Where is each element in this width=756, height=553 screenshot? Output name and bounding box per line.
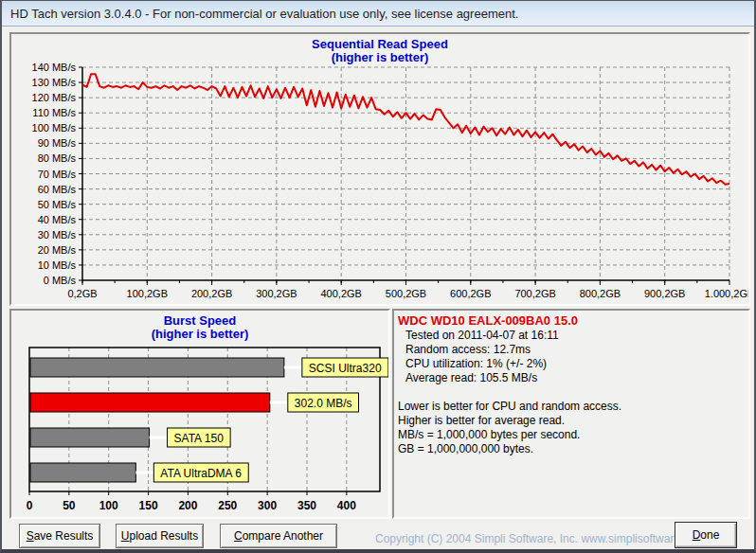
hdtach-window: HD Tach version 3.0.4.0 - For non-commer…: [0, 0, 756, 553]
svg-text:70 MB/s: 70 MB/s: [38, 169, 77, 180]
svg-text:10 MB/s: 10 MB/s: [38, 259, 77, 271]
upload-results-button[interactable]: Upload Results: [116, 524, 204, 548]
svg-text:30 MB/s: 30 MB/s: [38, 229, 77, 241]
legend-notes: Lower is better for CPU and random acces…: [398, 400, 745, 456]
cpu-utilization-line: CPU utilization: 1% (+/- 2%): [398, 357, 745, 371]
svg-text:40 MB/s: 40 MB/s: [38, 214, 77, 225]
svg-text:250: 250: [218, 499, 237, 512]
drive-info-panel: WDC WD10 EALX-009BA0 15.0 Tested on 2011…: [392, 309, 750, 519]
svg-text:100: 100: [99, 499, 118, 512]
svg-text:SATA 150: SATA 150: [174, 432, 225, 445]
svg-text:0: 0: [27, 499, 33, 512]
svg-text:300: 300: [258, 499, 277, 512]
sequential-chart-title: Sequential Read Speed: [11, 38, 748, 51]
random-access-line: Random access: 12.7ms: [398, 343, 745, 357]
copyright-text: Copyright (C) 2004 Simpli Software, Inc.…: [375, 532, 705, 545]
note-higher-better: Higher is better for average read.: [398, 414, 745, 428]
sequential-chart-subtitle: (higher is better): [11, 51, 748, 64]
burst-speed-chart: 050100150200250300350400SCSI Ultra320302…: [11, 311, 388, 517]
svg-text:0,2GB: 0,2GB: [67, 288, 97, 299]
note-lower-better: Lower is better for CPU and random acces…: [398, 400, 745, 414]
window-title: HD Tach version 3.0.4.0 - For non-commer…: [10, 7, 518, 21]
svg-text:120 MB/s: 120 MB/s: [32, 92, 77, 103]
sequential-read-chart: 0,2GB100,2GB200,2GB300,2GB400,2GB500,2GB…: [11, 34, 748, 304]
svg-text:ATA UltraDMA 6: ATA UltraDMA 6: [160, 467, 242, 480]
average-read-line: Average read: 105.5 MB/s: [398, 371, 745, 385]
svg-text:200,2GB: 200,2GB: [191, 288, 232, 299]
svg-text:80 MB/s: 80 MB/s: [38, 152, 77, 164]
svg-text:20 MB/s: 20 MB/s: [38, 244, 77, 256]
svg-text:150: 150: [139, 499, 158, 512]
svg-text:100 MB/s: 100 MB/s: [32, 122, 77, 134]
svg-text:130 MB/s: 130 MB/s: [32, 77, 77, 88]
compare-another-drive-button[interactable]: Compare Another Drive: [220, 524, 337, 548]
burst-chart-header: Burst Speed (higher is better): [11, 314, 388, 341]
svg-text:350: 350: [297, 499, 316, 512]
svg-text:600,2GB: 600,2GB: [450, 288, 491, 299]
svg-text:90 MB/s: 90 MB/s: [38, 137, 77, 149]
note-mbs-definition: MB/s = 1,000,000 bytes per second.: [398, 428, 745, 442]
note-gb-definition: GB = 1,000,000,000 bytes.: [398, 442, 745, 456]
svg-text:SCSI Ultra320: SCSI Ultra320: [309, 362, 382, 375]
sequential-chart-header: Sequential Read Speed (higher is better): [11, 38, 748, 64]
svg-text:900,2GB: 900,2GB: [644, 288, 685, 299]
svg-text:50 MB/s: 50 MB/s: [38, 199, 77, 210]
svg-text:110 MB/s: 110 MB/s: [32, 107, 76, 118]
svg-text:302.0 MB/s: 302.0 MB/s: [295, 397, 352, 410]
svg-text:0 MB/s: 0 MB/s: [44, 275, 77, 286]
sequential-read-panel: Sequential Read Speed (higher is better)…: [9, 32, 750, 306]
burst-chart-subtitle: (higher is better): [11, 328, 388, 341]
drive-name: WDC WD10 EALX-009BA0 15.0: [398, 313, 745, 329]
svg-text:800,2GB: 800,2GB: [580, 288, 621, 299]
svg-text:300,2GB: 300,2GB: [256, 288, 297, 299]
svg-text:700,2GB: 700,2GB: [514, 288, 555, 299]
burst-speed-panel: Burst Speed (higher is better) 050100150…: [9, 309, 390, 519]
svg-text:400,2GB: 400,2GB: [320, 288, 361, 299]
svg-text:400: 400: [337, 499, 356, 512]
svg-text:1.000,2GB: 1.000,2GB: [705, 288, 748, 299]
save-results-button[interactable]: Save Results: [19, 524, 100, 548]
svg-text:100,2GB: 100,2GB: [127, 288, 168, 299]
burst-chart-title: Burst Speed: [11, 314, 388, 328]
tested-on-line: Tested on 2011-04-07 at 16:11: [398, 329, 745, 343]
svg-text:50: 50: [63, 499, 76, 512]
window-title-bar[interactable]: HD Tach version 3.0.4.0 - For non-commer…: [2, 1, 754, 27]
svg-text:500,2GB: 500,2GB: [386, 288, 426, 299]
svg-text:200: 200: [178, 499, 197, 512]
svg-text:60 MB/s: 60 MB/s: [38, 184, 77, 195]
done-button[interactable]: Done: [675, 522, 737, 548]
